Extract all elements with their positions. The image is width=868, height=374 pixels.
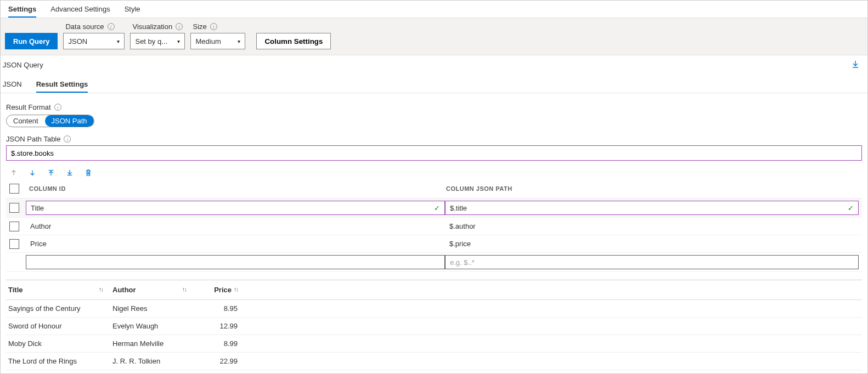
column-id-input[interactable]: Title ✓ <box>26 201 445 215</box>
size-select[interactable]: Medium ▾ <box>190 33 245 49</box>
tab-advanced-settings[interactable]: Advanced Settings <box>50 1 110 18</box>
top-tabs: Settings Advanced Settings Style <box>1 1 867 18</box>
column-id-cell[interactable]: Author <box>26 222 51 230</box>
column-path-cell[interactable]: $.price <box>445 240 471 248</box>
cell-price: 22.99 <box>194 357 238 365</box>
results-table: Title↑↓ Author↑↓ Price↑↓ Sayings of the … <box>6 280 862 370</box>
new-column-id-input[interactable] <box>26 255 445 269</box>
results-header-title[interactable]: Title↑↓ <box>8 286 112 294</box>
cell-price: 8.95 <box>194 304 238 313</box>
chevron-down-icon: ▾ <box>238 38 240 44</box>
json-path-table-label: JSON Path Table i <box>6 135 862 143</box>
check-icon: ✓ <box>848 204 854 212</box>
table-row: Sayings of the Century Nigel Rees 8.95 <box>6 300 862 318</box>
coldef-new-row <box>6 253 862 272</box>
info-icon[interactable]: i <box>176 23 183 30</box>
cell-title: Moby Dick <box>8 339 112 348</box>
move-to-top-icon[interactable] <box>47 168 55 177</box>
new-column-path-input[interactable] <box>445 255 859 269</box>
column-path-header: COLUMN JSON PATH <box>446 185 512 192</box>
sort-icon: ↑↓ <box>182 286 186 294</box>
table-row: The Lord of the Rings J. R. R. Tolkien 2… <box>6 353 862 370</box>
coldef-row: Price $.price <box>6 235 862 253</box>
results-header-author[interactable]: Author↑↓ <box>112 286 194 294</box>
cell-title: Sayings of the Century <box>8 304 112 313</box>
visualization-label: Visualization i <box>130 22 185 31</box>
toolbar: Run Query Data source i JSON ▾ Visualiza… <box>1 18 867 55</box>
info-icon[interactable]: i <box>64 135 71 143</box>
result-format-toggle: Content JSON Path <box>6 115 94 127</box>
cell-title: The Lord of the Rings <box>8 357 112 365</box>
column-path-cell[interactable]: $.author <box>445 222 476 230</box>
result-format-json-path[interactable]: JSON Path <box>45 115 94 127</box>
move-down-icon[interactable] <box>28 168 37 177</box>
result-format-label: Result Format i <box>6 103 862 111</box>
row-checkbox[interactable] <box>9 239 19 249</box>
section-header: JSON Query <box>1 55 867 72</box>
download-icon[interactable] <box>851 60 860 70</box>
cell-author: Herman Melville <box>112 339 194 348</box>
tab-settings[interactable]: Settings <box>8 1 36 18</box>
cell-author: J. R. R. Tolkien <box>112 357 194 365</box>
check-icon: ✓ <box>434 204 440 212</box>
column-settings-button[interactable]: Column Settings <box>256 33 331 49</box>
column-id-cell[interactable]: Price <box>26 240 47 248</box>
result-format-content[interactable]: Content <box>7 115 45 127</box>
sort-icon: ↑↓ <box>234 286 238 294</box>
info-icon[interactable]: i <box>54 104 61 111</box>
column-id-header: COLUMN ID <box>29 185 446 192</box>
cell-author: Nigel Rees <box>112 304 194 313</box>
coldef-header: COLUMN ID COLUMN JSON PATH <box>6 179 862 199</box>
sort-icon: ↑↓ <box>99 286 103 294</box>
table-row: Sword of Honour Evelyn Waugh 12.99 <box>6 318 862 335</box>
chevron-down-icon: ▾ <box>117 38 120 44</box>
coldef-row: Author $.author <box>6 218 862 235</box>
column-path-input[interactable]: $.title ✓ <box>445 201 859 215</box>
section-title: JSON Query <box>3 61 43 69</box>
cell-price: 12.99 <box>194 322 238 330</box>
delete-icon[interactable] <box>84 168 93 177</box>
size-label: Size i <box>190 22 245 31</box>
table-row: Moby Dick Herman Melville 8.99 <box>6 335 862 353</box>
results-header-price[interactable]: Price↑↓ <box>194 286 238 294</box>
cell-author: Evelyn Waugh <box>112 322 194 330</box>
cell-price: 8.99 <box>194 339 238 348</box>
row-checkbox[interactable] <box>9 222 19 231</box>
tab-style[interactable]: Style <box>125 1 140 18</box>
results-header: Title↑↓ Author↑↓ Price↑↓ <box>6 280 862 300</box>
chevron-down-icon: ▾ <box>177 38 180 44</box>
move-to-bottom-icon[interactable] <box>65 168 74 177</box>
data-source-label: Data source i <box>63 22 125 31</box>
visualization-select[interactable]: Set by q... ▾ <box>130 33 185 49</box>
sub-tabs: JSON Result Settings <box>1 72 867 93</box>
sub-tab-result-settings[interactable]: Result Settings <box>36 80 88 93</box>
select-all-checkbox[interactable] <box>9 184 19 194</box>
data-source-select[interactable]: JSON ▾ <box>63 33 125 49</box>
column-toolbar <box>6 161 862 179</box>
info-icon[interactable]: i <box>210 23 217 30</box>
cell-title: Sword of Honour <box>8 322 112 330</box>
row-checkbox[interactable] <box>9 203 19 213</box>
move-up-icon[interactable] <box>9 168 18 177</box>
run-query-button[interactable]: Run Query <box>5 33 58 49</box>
json-path-table-input[interactable] <box>6 145 862 161</box>
coldef-row: Title ✓ $.title ✓ <box>6 199 862 218</box>
info-icon[interactable]: i <box>108 23 115 30</box>
sub-tab-json[interactable]: JSON <box>3 80 22 93</box>
